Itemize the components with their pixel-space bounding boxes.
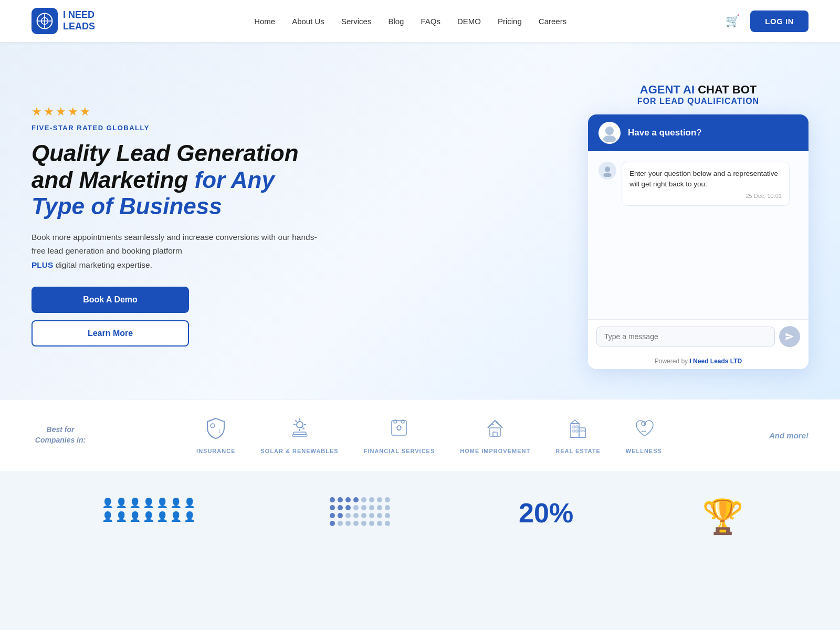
hero-left: ★★★★★ FIVE-STAR RATED GLOBALLY Quality L… xyxy=(32,105,326,346)
dot xyxy=(369,513,374,518)
nav-blog[interactable]: Blog xyxy=(388,17,404,26)
dot xyxy=(361,513,366,518)
dot xyxy=(361,497,366,502)
dot xyxy=(369,497,374,502)
dot xyxy=(353,497,359,502)
dot xyxy=(377,505,382,510)
nav-faqs[interactable]: FAQs xyxy=(421,17,440,26)
wellness-label: WELLNESS xyxy=(626,448,662,454)
dot xyxy=(361,521,366,526)
hero-buttons: Book A Demo Learn More xyxy=(32,287,326,346)
hero-desc2: digital marketing expertise. xyxy=(53,260,152,269)
book-demo-button[interactable]: Book A Demo xyxy=(32,287,189,313)
dot xyxy=(353,521,359,526)
svg-rect-25 xyxy=(579,428,585,437)
dot xyxy=(330,497,335,502)
person-icon-8: 👤 xyxy=(102,511,113,522)
nav-about[interactable]: About Us xyxy=(292,17,324,26)
dot xyxy=(385,513,390,518)
nav-careers[interactable]: Careers xyxy=(539,17,566,26)
and-more-label: And more! xyxy=(769,431,808,440)
person-icon-1: 👤 xyxy=(102,497,113,509)
stat-trophy-item: 🏆 xyxy=(702,497,744,537)
stat-people: 👤 👤 👤 👤 👤 👤 👤 👤 👤 👤 👤 👤 👤 👤 xyxy=(96,497,201,522)
hero-right: AGENT AI CHAT BOT FOR LEAD QUALIFICATION… xyxy=(588,83,808,369)
dot xyxy=(338,513,343,518)
chat-send-button[interactable] xyxy=(779,326,800,347)
dot xyxy=(369,521,374,526)
industry-solar[interactable]: SOLAR & RENEWABLES xyxy=(261,416,339,454)
industry-insurance[interactable]: INSURANCE xyxy=(196,416,235,454)
hero-title-line2: and Marketing xyxy=(32,167,195,193)
person-icon-13: 👤 xyxy=(170,511,182,522)
svg-rect-27 xyxy=(576,426,578,428)
chatbot-avatar xyxy=(598,122,621,144)
svg-line-15 xyxy=(302,428,304,429)
stat-dots-item xyxy=(330,497,390,526)
nav-pricing[interactable]: Pricing xyxy=(498,17,522,26)
chatbot-label-agent: AGENT AI xyxy=(640,83,698,96)
chatbot-window: Have a question? Enter your question bel… xyxy=(588,114,808,369)
nav-right: 🛒 LOG IN xyxy=(726,10,808,32)
hero-description: Book more appointments seamlessly and in… xyxy=(32,230,326,272)
person-icon-9: 👤 xyxy=(116,511,127,522)
stat-percent-symbol: % xyxy=(549,497,573,529)
hero-section: ★★★★★ FIVE-STAR RATED GLOBALLY Quality L… xyxy=(0,42,840,399)
nav-services[interactable]: Services xyxy=(341,17,372,26)
heart-icon xyxy=(632,416,655,444)
hero-desc-main: Book more appointments seamlessly and in… xyxy=(32,233,317,255)
dot xyxy=(345,497,351,502)
cart-icon[interactable]: 🛒 xyxy=(726,14,740,28)
chat-msg-avatar xyxy=(598,162,616,180)
dot xyxy=(338,521,343,526)
svg-rect-28 xyxy=(573,430,575,432)
learn-more-button[interactable]: Learn More xyxy=(32,320,189,346)
industry-list: INSURANCE SOLAR & RENEWABLES xyxy=(106,416,752,454)
shield-icon xyxy=(204,416,227,444)
dot xyxy=(345,505,351,510)
chat-timestamp: 25 Dec, 10:01 xyxy=(629,193,782,199)
navbar: I NEED LEADS Home About Us Services Blog… xyxy=(0,0,840,42)
building-icon xyxy=(566,416,590,444)
login-button[interactable]: LOG IN xyxy=(750,10,808,32)
dot xyxy=(338,497,343,502)
nav-demo[interactable]: DEMO xyxy=(457,17,481,26)
hero-title-line3: for Any xyxy=(195,167,275,193)
dot xyxy=(345,513,351,518)
financial-label: FINANCIAL SERVICES xyxy=(364,448,435,454)
logo[interactable]: I NEED LEADS xyxy=(32,8,95,34)
stat-percent-item: 20 % xyxy=(519,497,573,529)
stars-rating: ★★★★★ xyxy=(32,105,326,119)
insurance-label: INSURANCE xyxy=(196,448,235,454)
person-icon-14: 👤 xyxy=(184,511,195,522)
chatbot-header-text: Have a question? xyxy=(628,128,702,138)
chatbot-powered: Powered by I Need Leads LTD xyxy=(588,353,808,369)
svg-rect-30 xyxy=(581,430,582,432)
person-icon-10: 👤 xyxy=(129,511,141,522)
person-icon-12: 👤 xyxy=(156,511,168,522)
powered-link[interactable]: I Need Leads LTD xyxy=(689,358,742,365)
industry-realestate[interactable]: REAL ESTATE xyxy=(555,416,601,454)
industry-financial[interactable]: FINANCIAL SERVICES xyxy=(364,416,435,454)
person-icon-2: 👤 xyxy=(116,497,127,509)
solar-icon xyxy=(288,416,311,444)
stat-percent-number: 20 xyxy=(519,497,549,529)
chatbot-header: Have a question? xyxy=(588,114,808,151)
finance-icon xyxy=(387,416,411,444)
chat-bubble: Enter your question below and a represen… xyxy=(622,162,790,206)
dot xyxy=(377,497,382,502)
best-for-label: Best for Companies in: xyxy=(32,425,89,445)
hero-plus: PLUS xyxy=(32,260,53,269)
people-icons: 👤 👤 👤 👤 👤 👤 👤 👤 👤 👤 👤 👤 👤 👤 xyxy=(96,497,201,522)
industry-home[interactable]: HOME IMPROVEMENT xyxy=(460,416,530,454)
nav-home[interactable]: Home xyxy=(254,17,275,26)
industry-wellness[interactable]: WELLNESS xyxy=(626,416,662,454)
chat-input[interactable] xyxy=(596,327,775,346)
person-icon-11: 👤 xyxy=(143,511,154,522)
svg-rect-26 xyxy=(573,426,575,428)
dot xyxy=(330,505,335,510)
home-icon xyxy=(484,416,507,444)
chatbot-body: Enter your question below and a represen… xyxy=(588,151,808,319)
send-icon xyxy=(785,332,794,341)
svg-point-5 xyxy=(603,135,616,142)
